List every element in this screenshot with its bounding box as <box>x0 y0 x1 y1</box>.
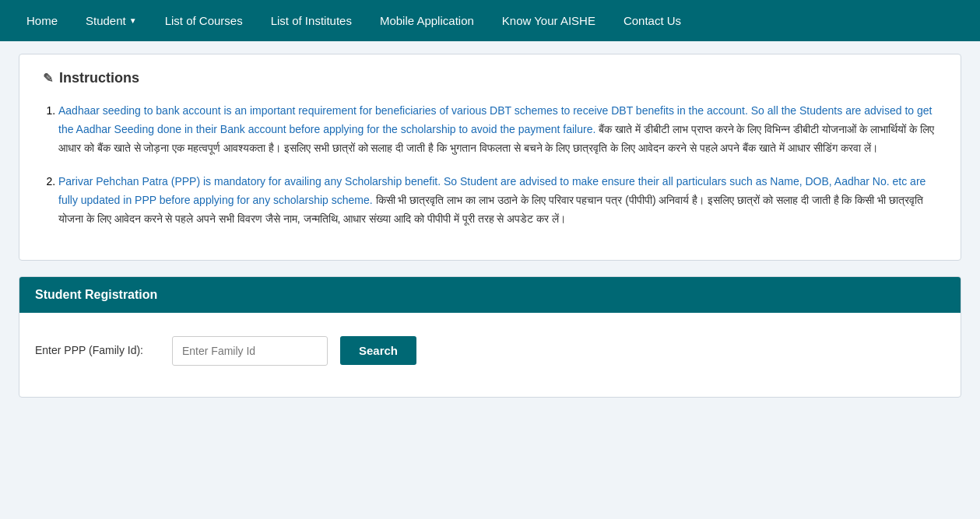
instruction-item-1: Aadhaar seeding to bank account is an im… <box>58 102 937 157</box>
registration-header: Student Registration <box>19 277 961 313</box>
instructions-card: ✎ Instructions Aadhaar seeding to bank a… <box>19 54 961 261</box>
nav-know-your-aishe[interactable]: Know Your AISHE <box>488 0 609 41</box>
main-content: ✎ Instructions Aadhaar seeding to bank a… <box>0 41 980 426</box>
navbar: Home Student ▼ List of Courses List of I… <box>0 0 980 41</box>
registration-body: Enter PPP (Family Id): Search <box>19 313 961 397</box>
chevron-down-icon: ▼ <box>129 16 137 25</box>
search-button[interactable]: Search <box>340 336 416 365</box>
registration-card: Student Registration Enter PPP (Family I… <box>19 276 961 398</box>
nav-list-of-institutes[interactable]: List of Institutes <box>257 0 366 41</box>
nav-mobile-application[interactable]: Mobile Application <box>366 0 488 41</box>
nav-student[interactable]: Student ▼ <box>72 0 151 41</box>
nav-home[interactable]: Home <box>12 0 72 41</box>
family-id-label: Enter PPP (Family Id): <box>35 342 160 359</box>
nav-list-of-courses[interactable]: List of Courses <box>151 0 257 41</box>
form-row: Enter PPP (Family Id): Search <box>35 336 945 366</box>
instructions-title: ✎ Instructions <box>43 70 937 86</box>
instruction-item-2: Parivar Pehchan Patra (PPP) is mandatory… <box>58 173 937 228</box>
instructions-list: Aadhaar seeding to bank account is an im… <box>43 102 937 229</box>
nav-contact-us[interactable]: Contact Us <box>609 0 695 41</box>
edit-icon: ✎ <box>43 71 53 86</box>
family-id-input[interactable] <box>172 336 328 366</box>
